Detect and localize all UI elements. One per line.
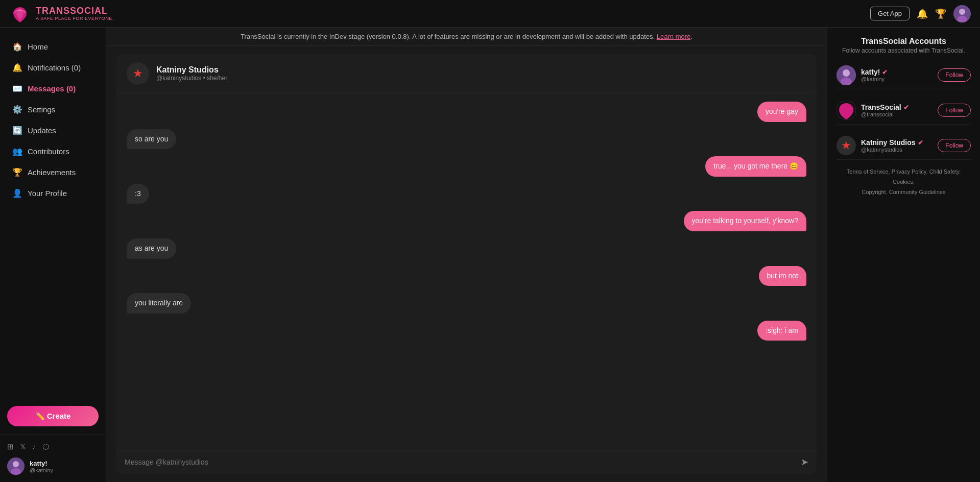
right-panel-subtitle: Follow accounts associated with TransSoc…	[836, 47, 971, 54]
message-bubble-9: :sigh: i am	[757, 321, 806, 341]
notifications-icon[interactable]: 🔔	[917, 8, 928, 19]
message-row-2: so are you	[127, 129, 806, 150]
main-layout: 🏠 Home 🔔 Notifications (0) ✉️ Messages (…	[0, 28, 980, 482]
sidebar-item-achievements[interactable]: 🏆 Achievements	[5, 162, 101, 182]
message-row-8: you literally are	[127, 293, 806, 314]
sidebar-item-contributors-label: Contributors	[28, 147, 69, 156]
message-row-5: you're talking to yourself, y'know?	[127, 211, 806, 231]
sidebar-user-name: katty!	[30, 460, 53, 467]
sidebar-item-profile[interactable]: 👤 Your Profile	[5, 183, 101, 203]
message-row-6: as are you	[127, 238, 806, 259]
sidebar-item-settings[interactable]: ⚙️ Settings	[5, 100, 101, 119]
svg-point-5	[13, 461, 19, 467]
chat-panel: ★ Katniny Studios @katninystudios • she/…	[116, 54, 817, 474]
message-bubble-1: you're gay	[757, 102, 806, 122]
home-icon: 🏠	[12, 42, 22, 52]
social-icons: ⊞ 𝕏 ♪ ⬡	[7, 442, 99, 451]
message-row-1: you're gay	[127, 102, 806, 122]
follow-button-katty[interactable]: Follow	[938, 68, 971, 82]
message-bubble-3: true... you got me there 😊	[705, 156, 806, 177]
cookies-link[interactable]: Cookies	[893, 179, 913, 185]
message-text-1: you're gay	[766, 107, 798, 115]
sidebar-item-messages[interactable]: ✉️ Messages (0)	[5, 79, 101, 99]
follow-avatar-katninystudios: ★	[836, 136, 856, 155]
get-app-button[interactable]: Get App	[870, 7, 910, 20]
right-footer: Terms of Service, Privacy Policy, Child …	[836, 167, 971, 197]
follow-button-transsocial[interactable]: Follow	[938, 104, 971, 117]
message-text-2: so are you	[135, 135, 168, 143]
trophy-icon[interactable]: 🏆	[935, 8, 946, 19]
sidebar-user-details: katty! @katniny	[30, 460, 53, 473]
follow-name-katty: katty! ✔	[861, 68, 933, 76]
chat-input[interactable]	[125, 458, 796, 466]
sidebar-item-notifications-label: Notifications (0)	[28, 63, 81, 72]
follow-avatar-transsocial	[836, 101, 856, 120]
follow-info-katty: katty! ✔ @katniny	[861, 68, 933, 82]
chat-header: ★ Katniny Studios @katninystudios • she/…	[116, 54, 817, 93]
create-button[interactable]: ✏️ Create	[7, 406, 99, 426]
chat-user-pronoun: she/her	[207, 75, 227, 82]
achievement-icon: 🏆	[12, 167, 22, 177]
sidebar-item-updates[interactable]: 🔄 Updates	[5, 120, 101, 140]
app-tagline: A SAFE PLACE FOR EVERYONE.	[36, 16, 114, 21]
follow-info-transsocial: TransSocial ✔ @transsocial	[861, 103, 933, 117]
follow-account-katty: katty! ✔ @katniny Follow	[836, 61, 971, 89]
profile-icon: 👤	[12, 188, 22, 198]
sidebar-item-achievements-label: Achievements	[28, 168, 76, 177]
sidebar-item-notifications[interactable]: 🔔 Notifications (0)	[5, 58, 101, 78]
child-safety-link[interactable]: Child Safety	[929, 168, 960, 175]
twitter-icon[interactable]: 𝕏	[20, 442, 26, 451]
discord-icon[interactable]: ⊞	[7, 442, 14, 451]
copyright-link[interactable]: Copyright	[862, 189, 886, 195]
verified-badge-katty: ✔	[882, 68, 888, 76]
refresh-icon: 🔄	[12, 126, 22, 135]
chat-user-handle: @katninystudios	[156, 75, 201, 82]
right-panel-title: TransSocial Accounts	[836, 37, 971, 46]
follow-handle-katninystudios: @katninystudios	[861, 147, 933, 153]
chat-user-avatar: ★	[127, 62, 149, 85]
create-wrap: ✏️ Create	[0, 398, 106, 435]
sidebar-item-home[interactable]: 🏠 Home	[5, 37, 101, 57]
sidebar-item-home-label: Home	[28, 42, 48, 51]
message-bubble-7: but im not	[759, 266, 806, 286]
chat-messages: you're gay so are you true... you got me…	[116, 93, 817, 450]
gear-icon: ⚙️	[12, 105, 22, 114]
banner-text: TransSocial is currently in the InDev st…	[241, 33, 655, 40]
terms-link[interactable]: Terms of Service	[847, 168, 889, 175]
send-button[interactable]: ➤	[801, 456, 808, 468]
message-text-6: as are you	[135, 244, 168, 252]
right-panel-header: TransSocial Accounts Follow accounts ass…	[836, 37, 971, 54]
follow-button-katninystudios[interactable]: Follow	[938, 139, 971, 152]
follow-avatar-katty	[836, 65, 856, 85]
verified-badge-katninystudios: ✔	[918, 139, 923, 147]
message-bubble-8: you literally are	[127, 293, 191, 314]
tiktok-icon[interactable]: ♪	[32, 442, 36, 451]
banner-learn-more-link[interactable]: Learn more	[657, 33, 690, 40]
follow-handle-transsocial: @transsocial	[861, 111, 933, 117]
chat-user-handle-pronoun: @katninystudios • she/her	[156, 75, 227, 82]
follow-name-katninystudios: Katniny Studios ✔	[861, 138, 933, 147]
topbar: TRANSSOCIAL A SAFE PLACE FOR EVERYONE. G…	[0, 0, 980, 28]
message-text-7: but im not	[767, 272, 798, 280]
message-bubble-6: as are you	[127, 238, 176, 259]
message-bubble-5: you're talking to yourself, y'know?	[684, 211, 806, 231]
chat-input-wrap: ➤	[116, 450, 817, 474]
github-icon[interactable]: ⬡	[42, 442, 49, 451]
sidebar-item-settings-label: Settings	[28, 105, 55, 114]
sidebar-nav: 🏠 Home 🔔 Notifications (0) ✉️ Messages (…	[0, 37, 106, 398]
message-text-4: :3	[135, 189, 141, 198]
follow-info-katninystudios: Katniny Studios ✔ @katninystudios	[861, 138, 933, 153]
user-avatar-top[interactable]	[953, 5, 971, 22]
topbar-left: TRANSSOCIAL A SAFE PLACE FOR EVERYONE.	[9, 3, 114, 25]
sidebar-item-profile-label: Your Profile	[28, 189, 67, 198]
banner: TransSocial is currently in the InDev st…	[106, 28, 827, 46]
sidebar-item-updates-label: Updates	[28, 126, 56, 135]
chat-user-separator: •	[203, 75, 207, 82]
privacy-link[interactable]: Privacy Policy	[892, 168, 926, 175]
follow-handle-katty: @katniny	[861, 76, 933, 82]
sidebar-item-contributors[interactable]: 👥 Contributors	[5, 141, 101, 161]
message-row-7: but im not	[127, 266, 806, 286]
right-panel: TransSocial Accounts Follow accounts ass…	[827, 28, 980, 482]
guidelines-link[interactable]: Community Guidelines	[889, 189, 946, 195]
message-text-5: you're talking to yourself, y'know?	[692, 216, 798, 225]
